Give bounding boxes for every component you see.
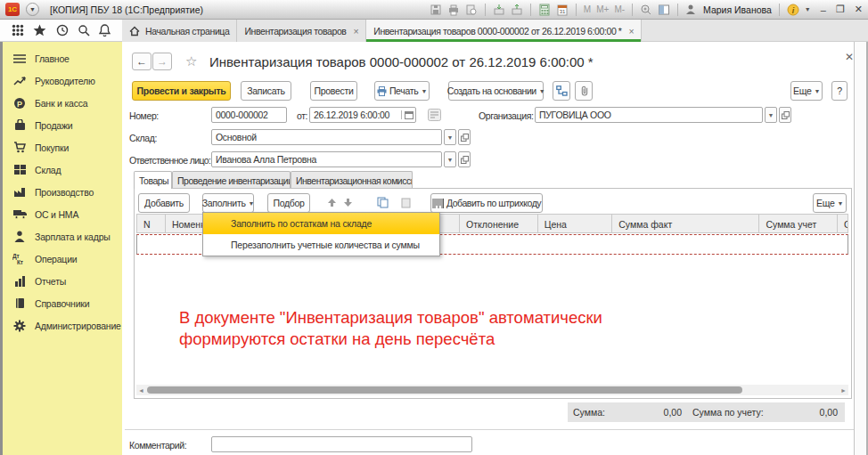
sidebar-item-production[interactable]: Производство	[3, 181, 122, 203]
horizontal-scrollbar[interactable]: ◄ ►	[136, 385, 848, 395]
col-price[interactable]: Цена	[538, 215, 613, 232]
col-sum-fact[interactable]: Сумма факт	[612, 215, 759, 232]
col-last[interactable]: С	[838, 215, 848, 232]
calendar-icon[interactable]: 31	[556, 4, 569, 16]
tab-inventory-list[interactable]: Инвентаризация товаров×	[237, 20, 366, 42]
tab-close-icon[interactable]: ×	[354, 26, 359, 37]
sidebar-item-purchases[interactable]: Покупки	[3, 136, 122, 158]
attachment-button[interactable]	[575, 81, 593, 101]
user-icon	[685, 4, 698, 16]
memory-mminus-button[interactable]: M-	[614, 4, 625, 14]
user-name[interactable]: Мария Иванова	[703, 4, 772, 15]
sidebar-item-os-nma[interactable]: ОС и НМА	[3, 203, 122, 225]
receive-icon[interactable]	[511, 4, 523, 16]
org-dropdown-icon[interactable]: ▼	[765, 107, 777, 123]
person-open-icon[interactable]	[458, 151, 471, 167]
create-based-on-button[interactable]: Создать на основании▼	[448, 81, 544, 101]
col-deviation[interactable]: Отклонение	[460, 215, 538, 232]
post-button[interactable]: Провести	[310, 81, 357, 101]
favorites-star-icon[interactable]	[33, 24, 46, 37]
menu-grid-icon[interactable]	[12, 24, 24, 37]
move-down-icon[interactable]	[343, 198, 353, 207]
number-field[interactable]: 0000-000002	[211, 107, 287, 123]
menu-item-refill[interactable]: Перезаполнить учетные количества и суммы	[203, 234, 439, 256]
tab-commission[interactable]: Инвентаризационная комиссия	[291, 171, 413, 189]
comment-input[interactable]	[211, 436, 472, 452]
history-icon[interactable]	[56, 24, 69, 37]
add-row-button[interactable]: Добавить	[138, 193, 190, 213]
calendar-picker-icon[interactable]	[401, 110, 415, 119]
tab-home[interactable]: Начальная страница	[122, 20, 237, 42]
sidebar-item-directories[interactable]: Справочники	[3, 292, 122, 314]
close-button[interactable]: ✕	[855, 4, 863, 15]
warehouse-dropdown-icon[interactable]: ▼	[444, 129, 456, 145]
write-button[interactable]: Записать	[241, 81, 291, 101]
sidebar-item-payroll[interactable]: Зарплата и кадры	[3, 225, 122, 248]
sidebar-item-sales[interactable]: Продажи	[3, 114, 122, 136]
sidebar-item-administration[interactable]: Администрирование	[3, 314, 122, 337]
paste-icon[interactable]	[400, 197, 412, 208]
zoom-icon[interactable]	[640, 4, 652, 16]
scroll-left-icon[interactable]: ◄	[136, 387, 146, 394]
scroll-right-icon[interactable]: ►	[839, 387, 848, 394]
col-n[interactable]: N	[137, 215, 166, 232]
search-icon[interactable]	[78, 24, 90, 37]
fill-dropdown-menu: Заполнить по остаткам на складе Перезапо…	[202, 212, 440, 256]
col-sum-acc[interactable]: Сумма учет	[759, 215, 838, 232]
tab-inventory-doc[interactable]: Инвентаризация товаров 0000-000002 от 26…	[366, 20, 642, 42]
info-icon[interactable]: i	[787, 4, 799, 16]
memory-mplus-button[interactable]: M+	[596, 4, 609, 14]
scroll-thumb[interactable]	[147, 386, 742, 394]
org-open-icon[interactable]	[779, 107, 791, 123]
move-up-icon[interactable]	[327, 198, 337, 207]
sidebar-item-manager[interactable]: Руководителю	[3, 69, 122, 92]
favorite-star-icon[interactable]: ☆	[185, 53, 197, 69]
send-icon[interactable]	[493, 4, 505, 16]
gear-icon	[12, 319, 27, 333]
print-button[interactable]: Печать▼	[374, 81, 430, 101]
save-icon[interactable]	[430, 4, 442, 16]
main-menu-button[interactable]: ▼	[26, 3, 39, 16]
calculator-icon[interactable]	[538, 4, 551, 16]
sidebar-item-main[interactable]: Главное	[3, 47, 122, 69]
tab-conduct[interactable]: Проведение инвентаризации	[172, 171, 291, 189]
date-list-icon[interactable]	[428, 109, 441, 121]
person-dropdown-icon[interactable]: ▼	[444, 151, 456, 167]
structure-icon-button[interactable]	[553, 81, 570, 101]
tab-goods[interactable]: Товары	[134, 171, 172, 189]
org-field[interactable]: ПУГОВИЦА ООО ▼	[535, 107, 791, 123]
minimize-button[interactable]: –	[821, 4, 826, 15]
forward-button[interactable]: →	[152, 53, 172, 70]
date-field[interactable]: 26.12.2019 6:00:00	[309, 107, 416, 123]
more-button[interactable]: Еще▼	[790, 81, 823, 101]
pick-button[interactable]: Подбор	[267, 193, 310, 213]
warehouse-open-icon[interactable]	[458, 129, 471, 145]
truck-icon	[12, 207, 27, 222]
chevron-down-icon[interactable]: ▼	[805, 6, 811, 12]
menu-item-fill-by-stock[interactable]: Заполнить по остаткам на складе	[203, 213, 439, 234]
sidebar-item-warehouse[interactable]: Склад	[3, 158, 122, 181]
restore-button[interactable]: ❐	[836, 4, 845, 15]
form-close-icon[interactable]: ✕	[845, 51, 854, 63]
row-person: Ответственное лицо: Иванова Алла Петровн…	[129, 151, 854, 168]
print-preview-icon[interactable]	[465, 4, 478, 16]
print-icon[interactable]	[447, 4, 460, 16]
notifications-bell-icon[interactable]	[99, 24, 111, 37]
post-and-close-button[interactable]: Провести и закрыть	[132, 81, 231, 101]
warehouse-field[interactable]: Основной ▼	[211, 129, 471, 145]
sidebar-item-bank[interactable]: РБанк и касса	[3, 92, 122, 114]
split-view-icon[interactable]	[658, 4, 670, 16]
divider	[125, 429, 854, 430]
add-by-barcode-button[interactable]: Добавить по штрихкоду	[430, 193, 543, 213]
tab-close-icon[interactable]: ×	[629, 26, 635, 37]
help-button[interactable]: ?	[831, 81, 848, 101]
back-button[interactable]: ←	[132, 53, 151, 70]
memory-m-button[interactable]: M	[584, 4, 591, 14]
person-field[interactable]: Иванова Алла Петровна ▼	[211, 151, 471, 167]
copy-icon[interactable]	[377, 197, 389, 208]
fill-button[interactable]: Заполнить▼	[202, 193, 254, 213]
sidebar-item-reports[interactable]: Отчеты	[3, 270, 122, 292]
row-warehouse: Склад: Основной ▼	[129, 129, 854, 146]
table-more-button[interactable]: Еще▼	[813, 193, 847, 213]
sidebar-item-operations[interactable]: ДтКтОперации	[3, 248, 122, 270]
